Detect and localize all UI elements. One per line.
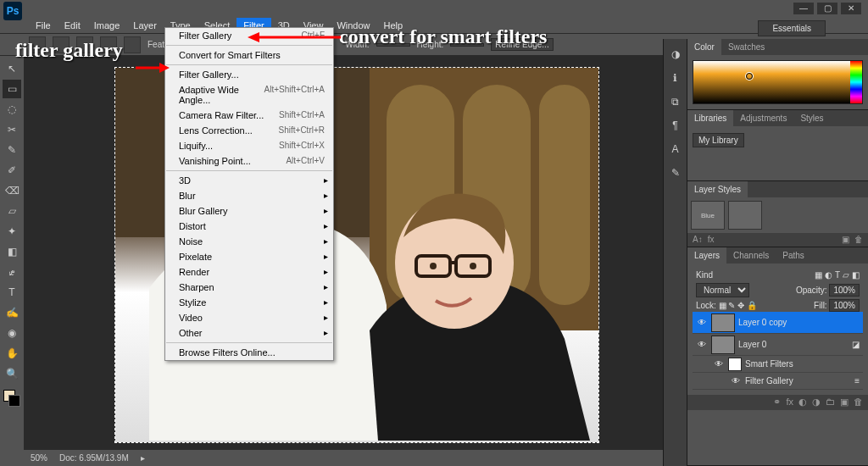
zoom-tool[interactable]: 🔍 xyxy=(3,364,21,383)
menu-item-lens-correction[interactable]: Lens Correction...Shift+Ctrl+R xyxy=(165,123,333,138)
selection-mode-add-icon[interactable] xyxy=(76,36,93,53)
color-swatch[interactable] xyxy=(3,390,20,407)
filter-shape-icon[interactable]: ▱ xyxy=(843,270,849,280)
tab-adjustments[interactable]: Adjustments xyxy=(733,110,793,126)
crop-tool[interactable]: ✂ xyxy=(3,120,21,139)
menu-edit[interactable]: Edit xyxy=(58,18,87,33)
active-tool-icon[interactable] xyxy=(29,36,46,53)
zoom-level[interactable]: 50% xyxy=(31,453,47,463)
smart-filters-row[interactable]: 👁 Smart Filters xyxy=(693,356,863,373)
eraser-tool[interactable]: ⌫ xyxy=(3,181,21,200)
adjustment-layer-icon[interactable]: ◑ xyxy=(812,397,821,408)
menu-item-video[interactable]: Video xyxy=(165,310,333,325)
blur-tool[interactable]: ◧ xyxy=(3,242,21,261)
filter-adjust-icon[interactable]: ◐ xyxy=(825,270,832,280)
tab-layer-styles[interactable]: Layer Styles xyxy=(687,181,748,197)
maximize-button[interactable]: ▢ xyxy=(817,3,837,14)
menu-item-last-filter[interactable]: Filter GalleryCtrl+F xyxy=(165,28,333,43)
group-icon[interactable]: 🗀 xyxy=(826,397,835,408)
delete-layer-icon[interactable]: 🗑 xyxy=(854,397,863,408)
layer-row[interactable]: 👁 Layer 0 ◪ xyxy=(693,334,863,356)
brush-tool[interactable]: ✐ xyxy=(3,161,21,180)
layer-thumb[interactable] xyxy=(711,313,735,332)
actions-icon[interactable]: ⧉ xyxy=(667,93,684,110)
menu-item-convert-smart[interactable]: Convert for Smart Filters xyxy=(165,47,333,63)
visibility-toggle-icon[interactable]: 👁 xyxy=(730,376,742,386)
menu-image[interactable]: Image xyxy=(87,18,127,33)
smart-filter-name[interactable]: Filter Gallery xyxy=(745,376,851,386)
menu-item-other[interactable]: Other xyxy=(165,325,333,341)
refine-edge-button[interactable]: Refine Edge... xyxy=(491,38,553,51)
styles-zoom-icon[interactable]: A↕ xyxy=(693,235,703,245)
menu-item-blur-gallery[interactable]: Blur Gallery xyxy=(165,203,333,219)
lock-pixels-icon[interactable]: ✎ xyxy=(728,301,735,310)
lock-all-icon[interactable]: 🔒 xyxy=(747,301,757,310)
color-picker[interactable] xyxy=(693,60,863,104)
layer-row[interactable]: 👁 Layer 0 copy xyxy=(693,312,863,334)
layer-thumb[interactable] xyxy=(711,336,735,354)
menu-item-stylize[interactable]: Stylize xyxy=(165,295,333,310)
paragraph-icon[interactable]: ¶ xyxy=(667,117,684,134)
link-layers-icon[interactable]: ⚭ xyxy=(773,397,781,408)
move-tool[interactable]: ↖ xyxy=(3,59,21,78)
selection-mode-intersect-icon[interactable] xyxy=(124,36,141,53)
filter-smart-icon[interactable]: ◧ xyxy=(852,270,860,280)
visibility-toggle-icon[interactable]: 👁 xyxy=(696,340,708,349)
menu-help[interactable]: Help xyxy=(377,18,410,33)
lock-trans-icon[interactable]: ▦ xyxy=(719,301,726,310)
visibility-toggle-icon[interactable]: 👁 xyxy=(713,359,725,369)
hue-slider[interactable] xyxy=(850,61,862,103)
menu-item-distort[interactable]: Distort xyxy=(165,219,333,234)
blend-mode-dropdown[interactable]: Normal xyxy=(696,283,749,297)
shape-tool[interactable]: ◉ xyxy=(3,324,21,342)
character-icon[interactable]: A xyxy=(667,141,684,158)
filter-blend-icon[interactable]: ≡ xyxy=(854,376,860,386)
tab-libraries[interactable]: Libraries xyxy=(687,110,733,126)
tab-layers[interactable]: Layers xyxy=(687,247,726,264)
eyedropper-tool[interactable]: ✎ xyxy=(3,141,21,159)
new-layer-icon[interactable]: ▣ xyxy=(840,397,849,408)
menu-item-adaptive-wide-angle[interactable]: Adaptive Wide Angle...Alt+Shift+Ctrl+A xyxy=(165,82,333,108)
text-tool[interactable]: T xyxy=(3,283,21,302)
height-input[interactable] xyxy=(450,43,484,47)
layer-name[interactable]: Layer 0 copy xyxy=(738,318,860,327)
marquee-tool[interactable]: ▭ xyxy=(3,80,21,98)
close-button[interactable]: ✕ xyxy=(841,3,861,14)
smart-filter-item[interactable]: 👁 Filter Gallery ≡ xyxy=(693,373,863,390)
clone-tool[interactable]: ✦ xyxy=(3,222,21,241)
history-icon[interactable]: ◑ xyxy=(667,46,684,63)
styles-new-icon[interactable]: ▣ xyxy=(842,235,849,245)
style-thumb-1[interactable]: Blue Shado... xyxy=(691,201,725,230)
tab-swatches[interactable]: Swatches xyxy=(721,39,771,55)
tab-color[interactable]: Color xyxy=(687,39,721,55)
pen-tool[interactable]: ⸙ xyxy=(3,263,21,281)
tab-paths[interactable]: Paths xyxy=(776,247,811,264)
menu-item-liquify[interactable]: Liquify...Shift+Ctrl+X xyxy=(165,138,333,153)
style-thumb-2[interactable] xyxy=(728,201,762,230)
canvas-viewport[interactable] xyxy=(24,56,687,449)
tab-styles[interactable]: Styles xyxy=(793,110,830,126)
menu-file[interactable]: File xyxy=(29,18,58,33)
info-icon[interactable]: ℹ xyxy=(667,69,684,86)
width-input[interactable] xyxy=(376,43,410,47)
opacity-input[interactable]: 100% xyxy=(829,284,860,297)
fill-input[interactable]: 100% xyxy=(829,299,860,312)
menu-item-3d[interactable]: 3D xyxy=(165,173,333,188)
menu-item-filter-gallery[interactable]: Filter Gallery... xyxy=(165,67,333,82)
minimize-button[interactable]: — xyxy=(793,3,814,14)
filter-type-icon[interactable]: T xyxy=(835,270,840,280)
lasso-tool[interactable]: ◌ xyxy=(3,100,21,119)
path-tool[interactable]: ✍ xyxy=(3,303,21,322)
menu-item-browse-online[interactable]: Browse Filters Online... xyxy=(165,345,333,360)
gradient-tool[interactable]: ▱ xyxy=(3,202,21,220)
library-dropdown[interactable]: My Library xyxy=(693,133,744,147)
menu-item-render[interactable]: Render xyxy=(165,264,333,280)
filter-mask-thumb[interactable] xyxy=(728,358,742,371)
doc-size[interactable]: Doc: 6.95M/13.9M xyxy=(59,453,129,463)
styles-fx-icon[interactable]: fx xyxy=(708,235,715,245)
menu-item-blur[interactable]: Blur xyxy=(165,188,333,203)
workspace-dropdown[interactable]: Essentials xyxy=(758,20,826,36)
menu-layer[interactable]: Layer xyxy=(126,18,164,33)
filter-pixel-icon[interactable]: ▦ xyxy=(815,270,822,280)
selection-mode-new-icon[interactable] xyxy=(53,36,70,53)
